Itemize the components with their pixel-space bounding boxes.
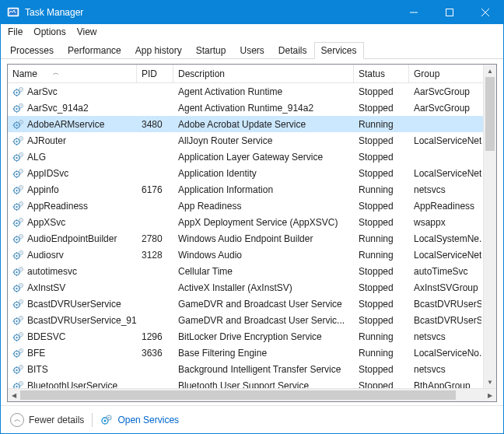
cell-name: BITS [8,363,137,376]
header-name[interactable]: Name︿ [8,65,137,82]
svg-point-69 [20,334,22,335]
service-row[interactable]: BcastDVRUserServiceGameDVR and Broadcast… [8,296,483,312]
titlebar[interactable]: Task Manager [1,1,503,24]
cell-group: wsappx [409,217,481,228]
maximize-button[interactable] [432,1,467,24]
service-row[interactable]: AppIDSvcApplication IdentityStoppedLocal… [8,165,483,181]
service-row[interactable]: Appinfo6176Application InformationRunnin… [8,181,483,198]
cell-name: Audiosrv [8,249,137,261]
menubar: File Options View [1,24,503,40]
header-status[interactable]: Status [354,65,409,82]
cell-group: LocalSystemNe... [409,233,481,244]
svg-point-81 [20,383,22,384]
svg-point-39 [16,222,17,223]
services-list: Name︿ PID Description Status Group AarSv… [7,64,497,402]
header-group[interactable]: Group [409,65,481,82]
cell-status: Stopped [354,217,409,228]
cell-description: Application Information [173,184,354,195]
cell-name: BcastDVRUserService_914a2 [8,314,137,327]
svg-point-25 [20,154,22,156]
footer: ︿ Fewer details Open Services [1,405,503,433]
tab-startup[interactable]: Startup [189,42,233,59]
service-row[interactable]: BFE3636Base Filtering EngineRunningLocal… [8,345,483,361]
service-row[interactable]: autotimesvcCellular TimeStoppedautoTimeS… [8,263,483,279]
service-rows: AarSvcAgent Activation RuntimeStoppedAar… [8,83,483,388]
cell-name: BDESVC [8,331,137,343]
cell-description: Windows Audio Endpoint Builder [173,233,354,244]
service-row[interactable]: BDESVC1296BitLocker Drive Encryption Ser… [8,328,483,345]
cell-status: Stopped [354,168,409,179]
hscroll-thumb[interactable] [20,390,456,400]
cell-name: AarSvc [8,86,137,98]
cell-pid: 3480 [137,119,173,130]
open-services-link[interactable]: Open Services [100,414,179,426]
service-row[interactable]: BcastDVRUserService_914a2GameDVR and Bro… [8,312,483,328]
service-row[interactable]: BluetoothUserServiceBluetooth User Suppo… [8,377,483,388]
service-row[interactable]: AppReadinessApp ReadinessStoppedAppReadi… [8,198,483,214]
service-row[interactable]: AxInstSVActiveX Installer (AxInstSV)Stop… [8,279,483,296]
svg-point-55 [16,287,17,289]
tab-app-history[interactable]: App history [128,42,189,59]
cell-status: Running [354,348,409,359]
service-row[interactable]: AarSvcAgent Activation RuntimeStoppedAar… [8,83,483,100]
tab-users[interactable]: Users [233,42,271,59]
cell-name: AppIDSvc [8,167,137,180]
service-icon [12,314,25,327]
cell-status: Running [354,233,409,244]
vertical-scrollbar[interactable]: ▲ ▼ [483,65,496,388]
header-pid[interactable]: PID [137,65,173,82]
tab-details[interactable]: Details [271,42,314,59]
service-row[interactable]: AarSvc_914a2Agent Activation Runtime_914… [8,100,483,116]
svg-point-49 [20,252,22,254]
scroll-thumb[interactable] [485,77,495,151]
minimize-button[interactable] [396,1,432,24]
menu-view[interactable]: View [72,26,103,38]
scroll-up-icon[interactable]: ▲ [484,65,496,77]
tab-performance[interactable]: Performance [61,42,128,59]
svg-point-63 [16,320,17,321]
cell-group: BthAppGroup [409,380,481,389]
horizontal-scrollbar[interactable]: ◀ ▶ [8,388,496,401]
svg-point-7 [16,91,17,93]
service-row[interactable]: AppXSvcAppX Deployment Service (AppXSVC)… [8,214,483,230]
service-row[interactable]: AJRouterAllJoyn Router ServiceStoppedLoc… [8,132,483,149]
svg-point-21 [20,138,22,139]
service-row[interactable]: BITSBackground Intelligent Transfer Serv… [8,361,483,377]
scroll-down-icon[interactable]: ▼ [484,376,496,388]
menu-options[interactable]: Options [28,26,71,38]
service-row[interactable]: AudioEndpointBuilder2780Windows Audio En… [8,230,483,247]
tab-processes[interactable]: Processes [3,42,61,59]
scroll-left-icon[interactable]: ◀ [8,389,20,401]
service-icon [12,282,25,294]
window-buttons [396,1,503,24]
cell-status: Stopped [354,103,409,114]
cell-group: LocalServiceNo... [409,348,481,359]
cell-status: Stopped [354,282,409,293]
cell-description: Base Filtering Engine [173,348,354,359]
cell-description: GameDVR and Broadcast User Servic... [173,315,354,326]
cell-pid: 3128 [137,250,173,261]
cell-group: BcastDVRUserS... [409,315,481,326]
svg-point-29 [20,170,22,172]
content-area: Name︿ PID Description Status Group AarSv… [1,59,503,405]
tab-services[interactable]: Services [314,42,364,59]
menu-file[interactable]: File [2,26,28,38]
cell-description: Cellular Time [173,266,354,277]
cell-description: Agent Activation Runtime_914a2 [173,103,354,114]
close-button[interactable] [467,1,503,24]
svg-point-77 [20,366,22,368]
service-icon [12,86,25,98]
service-row[interactable]: AdobeARMservice3480Adobe Acrobat Update … [8,116,483,132]
service-icon [12,102,25,114]
cell-description: ActiveX Installer (AxInstSV) [173,282,354,293]
service-row[interactable]: ALGApplication Layer Gateway ServiceStop… [8,149,483,165]
scroll-right-icon[interactable]: ▶ [484,389,496,401]
cell-group: AppReadiness [409,201,481,212]
svg-point-37 [20,203,22,205]
open-services-label: Open Services [117,415,179,425]
header-description[interactable]: Description [173,65,354,82]
service-row[interactable]: Audiosrv3128Windows AudioRunningLocalSer… [8,247,483,263]
fewer-details-button[interactable]: ︿ Fewer details [10,413,84,427]
cell-description: Background Intelligent Transfer Service [173,364,354,375]
cell-name: AJRouter [8,135,137,147]
